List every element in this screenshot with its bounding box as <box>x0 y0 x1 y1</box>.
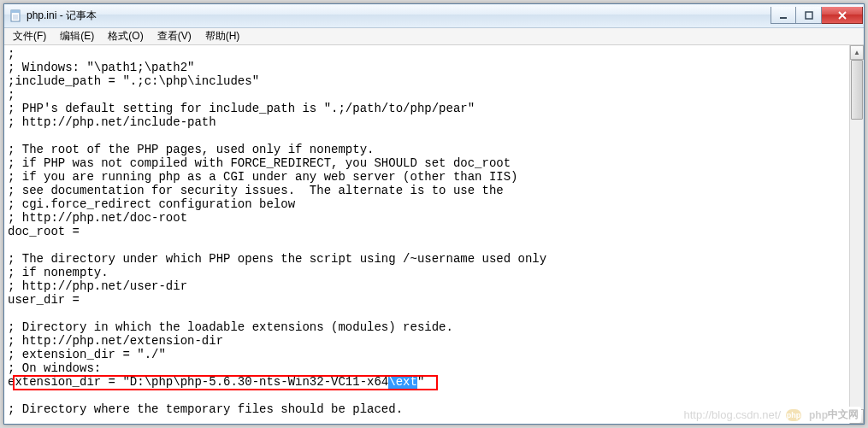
window-controls <box>771 7 863 24</box>
notepad-icon <box>9 9 23 23</box>
minimize-button[interactable] <box>771 7 796 24</box>
menu-edit[interactable]: 编辑(E) <box>53 27 101 45</box>
scroll-up-button[interactable]: ▲ <box>850 45 864 60</box>
badge-php: php <box>809 409 828 421</box>
watermark-url: http://blog.csdn.net/ <box>684 408 781 421</box>
close-button[interactable] <box>822 7 863 24</box>
titlebar[interactable]: php.ini - 记事本 <box>4 4 864 28</box>
scroll-thumb[interactable] <box>851 60 863 120</box>
php-logo-icon: php <box>786 409 801 421</box>
menubar: 文件(F) 编辑(E) 格式(O) 查看(V) 帮助(H) <box>4 28 864 45</box>
vertical-scrollbar[interactable]: ▲ ▼ <box>849 45 864 424</box>
menu-view[interactable]: 查看(V) <box>151 27 198 45</box>
menu-file[interactable]: 文件(F) <box>6 27 53 45</box>
scroll-track[interactable] <box>850 60 864 409</box>
maximize-button[interactable] <box>796 7 822 24</box>
watermark-badge: php中文网 <box>806 407 861 423</box>
window: php.ini - 记事本 文件(F) 编辑(E) 格式(O) 查看(V) 帮助… <box>3 3 865 425</box>
content-wrap: ; ; Windows: "\path1;\path2" ;include_pa… <box>4 45 864 424</box>
text-content[interactable]: ; ; Windows: "\path1;\path2" ;include_pa… <box>6 45 836 424</box>
text-selection: \ext <box>388 375 417 389</box>
menu-format[interactable]: 格式(O) <box>101 27 150 45</box>
svg-rect-6 <box>806 12 812 19</box>
window-title: php.ini - 记事本 <box>27 9 97 23</box>
watermark: http://blog.csdn.net/ php php中文网 <box>684 407 861 423</box>
svg-rect-5 <box>780 17 787 19</box>
menu-help[interactable]: 帮助(H) <box>198 27 247 45</box>
badge-cn: 中文网 <box>828 407 859 422</box>
svg-rect-1 <box>11 10 20 13</box>
